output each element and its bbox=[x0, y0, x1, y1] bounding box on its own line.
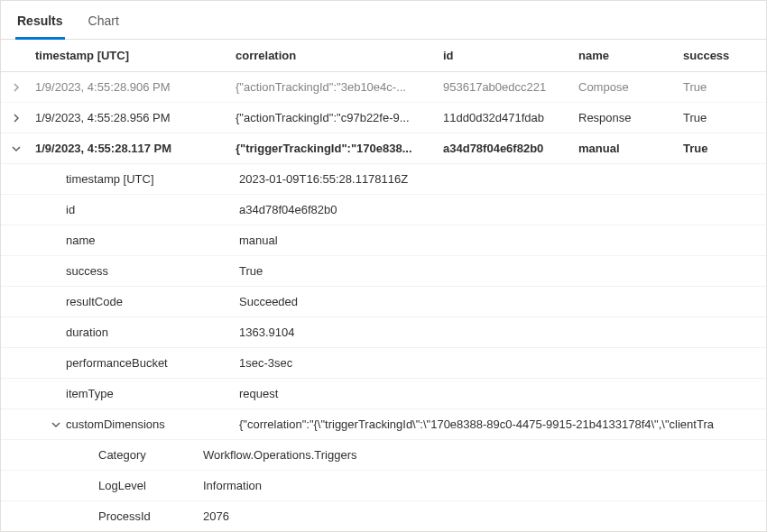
detail-key: Category bbox=[1, 448, 203, 462]
cell-correlation: {"actionTrackingId":"3eb10e4c-... bbox=[236, 80, 443, 94]
detail-row[interactable]: LogLevel Information bbox=[1, 471, 766, 501]
detail-value: request bbox=[239, 387, 766, 400]
expanded-details: timestamp [UTC] 2023-01-09T16:55:28.1178… bbox=[1, 164, 766, 532]
detail-key: timestamp [UTC] bbox=[1, 172, 239, 186]
detail-row[interactable]: Category Workflow.Operations.Triggers bbox=[1, 440, 766, 471]
col-header-timestamp[interactable]: timestamp [UTC] bbox=[32, 49, 236, 62]
detail-value: 1363.9104 bbox=[239, 326, 766, 339]
detail-key: duration bbox=[1, 326, 239, 339]
detail-key: performanceBucket bbox=[1, 356, 239, 370]
cell-name: Response bbox=[578, 111, 683, 124]
detail-row[interactable]: ProcessId 2076 bbox=[1, 501, 766, 532]
table-row[interactable]: 1/9/2023, 4:55:28.117 PM {"triggerTracki… bbox=[1, 133, 766, 164]
detail-value: True bbox=[239, 264, 766, 278]
tab-results[interactable]: Results bbox=[15, 8, 65, 40]
detail-key: itemType bbox=[1, 387, 239, 400]
detail-value: Information bbox=[203, 479, 766, 492]
detail-row: success True bbox=[1, 256, 766, 287]
detail-row: timestamp [UTC] 2023-01-09T16:55:28.1178… bbox=[1, 164, 766, 195]
table-row[interactable]: 1/9/2023, 4:55:28.906 PM {"actionTrackin… bbox=[1, 72, 766, 103]
cell-timestamp: 1/9/2023, 4:55:28.906 PM bbox=[32, 80, 236, 94]
detail-value: a34d78f04e6f82b0 bbox=[239, 203, 766, 216]
detail-value: 2023-01-09T16:55:28.1178116Z bbox=[239, 172, 766, 186]
cell-name: manual bbox=[578, 142, 683, 155]
cell-success: True bbox=[683, 142, 766, 155]
cell-timestamp: 1/9/2023, 4:55:28.956 PM bbox=[32, 111, 236, 124]
col-header-id[interactable]: id bbox=[443, 49, 578, 62]
cell-id: a34d78f04e6f82b0 bbox=[443, 142, 578, 155]
col-header-correlation[interactable]: correlation bbox=[236, 49, 443, 62]
cell-id: 953617ab0edcc221 bbox=[443, 80, 578, 94]
chevron-down-icon[interactable] bbox=[10, 142, 23, 155]
detail-key: customDimensions bbox=[66, 417, 165, 431]
detail-value: 2076 bbox=[203, 509, 766, 523]
chevron-right-icon[interactable] bbox=[10, 112, 23, 124]
detail-row: itemType request bbox=[1, 379, 766, 409]
tab-chart[interactable]: Chart bbox=[87, 8, 121, 40]
col-header-name[interactable]: name bbox=[578, 49, 683, 62]
detail-row: id a34d78f04e6f82b0 bbox=[1, 195, 766, 225]
cell-name: Compose bbox=[578, 80, 683, 94]
detail-value: Succeeded bbox=[239, 295, 766, 308]
detail-key: id bbox=[1, 203, 239, 216]
cell-timestamp: 1/9/2023, 4:55:28.117 PM bbox=[32, 142, 236, 155]
cell-success: True bbox=[683, 80, 766, 94]
cell-id: 11dd0d32d471fdab bbox=[443, 111, 578, 124]
detail-value: manual bbox=[239, 234, 766, 247]
detail-row: resultCode Succeeded bbox=[1, 287, 766, 317]
detail-row: name manual bbox=[1, 225, 766, 256]
detail-value: 1sec-3sec bbox=[239, 356, 766, 370]
cell-success: True bbox=[683, 111, 766, 124]
chevron-down-icon[interactable] bbox=[50, 418, 62, 431]
detail-key: success bbox=[1, 264, 239, 278]
column-headers: timestamp [UTC] correlation id name succ… bbox=[1, 40, 766, 72]
detail-key: LogLevel bbox=[1, 479, 203, 492]
detail-key: resultCode bbox=[1, 295, 239, 308]
tabs-bar: Results Chart bbox=[1, 1, 766, 40]
col-header-success[interactable]: success bbox=[683, 49, 766, 62]
table-row[interactable]: 1/9/2023, 4:55:28.956 PM {"actionTrackin… bbox=[1, 103, 766, 133]
detail-value: {"correlation":"{\"triggerTrackingId\":\… bbox=[239, 417, 766, 431]
detail-row: performanceBucket 1sec-3sec bbox=[1, 348, 766, 379]
cell-correlation: {"actionTrackingId":"c97b22fe-9... bbox=[236, 111, 443, 124]
detail-value: Workflow.Operations.Triggers bbox=[203, 448, 766, 462]
detail-row: duration 1363.9104 bbox=[1, 317, 766, 348]
detail-key: ProcessId bbox=[1, 509, 203, 523]
cell-correlation: {"triggerTrackingId":"170e838... bbox=[236, 142, 443, 155]
detail-key: name bbox=[1, 234, 239, 247]
detail-row[interactable]: customDimensions {"correlation":"{\"trig… bbox=[1, 409, 766, 440]
chevron-right-icon[interactable] bbox=[10, 81, 23, 94]
